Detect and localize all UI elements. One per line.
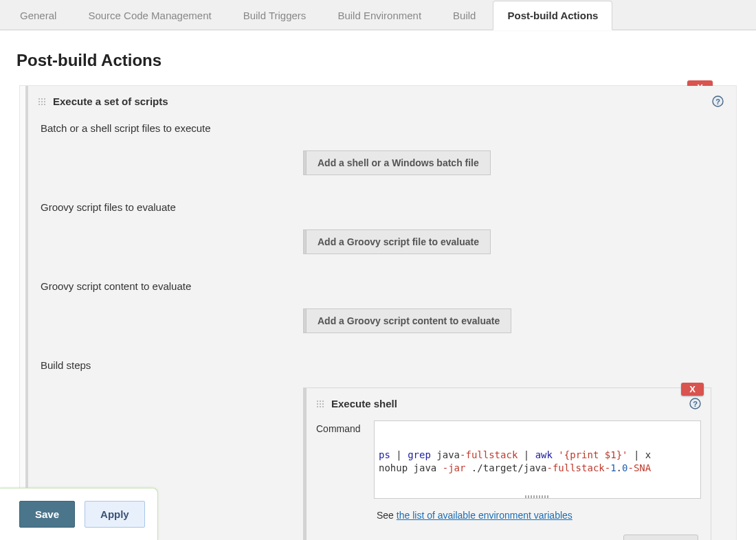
tab-build-environment[interactable]: Build Environment xyxy=(323,1,436,30)
add-groovy-file-button[interactable]: Add a Groovy script file to evaluate xyxy=(307,229,491,254)
tab-general[interactable]: General xyxy=(5,1,71,30)
drag-handle-icon[interactable] xyxy=(316,400,324,408)
svg-text:?: ? xyxy=(693,400,698,408)
add-batch-button[interactable]: Add a shell or a Windows batch file xyxy=(307,150,491,175)
resize-handle-icon[interactable] xyxy=(525,495,550,498)
build-steps-label: Build steps xyxy=(41,359,91,371)
svg-text:?: ? xyxy=(715,98,720,106)
command-label: Command xyxy=(316,420,366,499)
env-vars-link[interactable]: the list of available environment variab… xyxy=(397,510,572,521)
apply-button[interactable]: Apply xyxy=(85,501,145,528)
groovy-content-label: Groovy script content to evaluate xyxy=(41,280,191,292)
block-title: Execute a set of scripts xyxy=(53,95,168,107)
tab-build[interactable]: Build xyxy=(438,1,490,30)
save-bar: Save Apply xyxy=(0,488,158,540)
tab-build-triggers[interactable]: Build Triggers xyxy=(229,1,321,30)
help-icon[interactable]: ? xyxy=(689,398,701,409)
delete-step-button[interactable]: X xyxy=(681,383,704,396)
drag-handle-icon[interactable] xyxy=(38,98,46,106)
advanced-button[interactable]: Advanced... xyxy=(623,535,698,540)
config-block-execute-scripts: X Execute a set of scripts ? Batch or a … xyxy=(19,85,737,540)
page-title: Post-build Actions xyxy=(16,51,740,70)
batch-label: Batch or a shell script files to execute xyxy=(41,122,211,134)
groovy-files-label: Groovy script files to evaluate xyxy=(41,201,176,213)
env-vars-hint: See the list of available environment va… xyxy=(377,510,701,521)
save-button[interactable]: Save xyxy=(19,501,75,528)
page-body: Post-build Actions X Execute a set of sc… xyxy=(0,30,756,540)
step-title: Execute shell xyxy=(331,398,397,409)
tab-source-code-management[interactable]: Source Code Management xyxy=(74,1,225,30)
help-icon[interactable]: ? xyxy=(712,95,724,107)
command-input[interactable]: ps | grep java-fullstack | awk '{print $… xyxy=(374,420,701,499)
tab-post-build-actions[interactable]: Post-build Actions xyxy=(493,1,612,30)
config-tabs: GeneralSource Code ManagementBuild Trigg… xyxy=(0,0,756,30)
build-step-execute-shell: X Execute shell ? Command ps | grep java… xyxy=(303,387,711,540)
add-groovy-content-button[interactable]: Add a Groovy script content to evaluate xyxy=(307,308,511,333)
